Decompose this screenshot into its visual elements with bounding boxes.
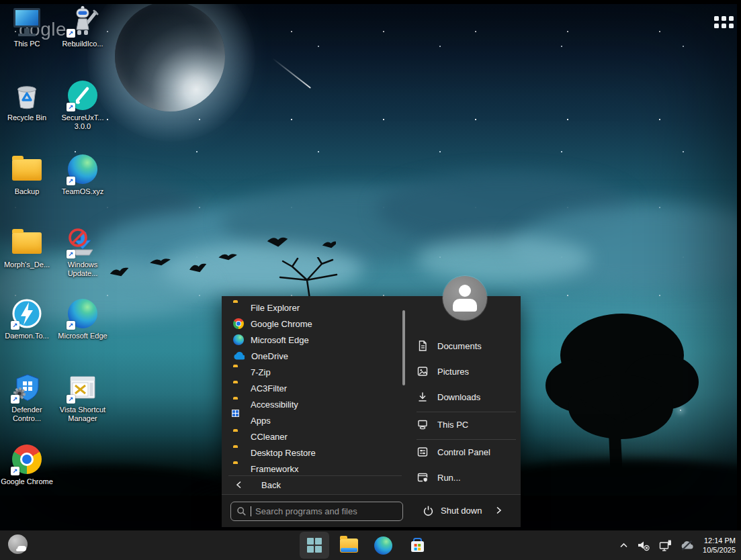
chrome-icon bbox=[233, 318, 244, 329]
start-menu-run[interactable]: Run... bbox=[417, 467, 516, 487]
avatar-person-icon bbox=[453, 299, 477, 312]
clock-date: 10/5/2025 bbox=[703, 545, 736, 555]
start-button[interactable] bbox=[300, 532, 329, 559]
chevron-right-icon bbox=[495, 506, 503, 514]
desktop-icon-rebuildico[interactable]: RebuildIco... bbox=[56, 5, 109, 48]
icon-label: Morph's_De... bbox=[1, 261, 53, 269]
desktop-icon-recycle-bin[interactable]: Recycle Bin bbox=[1, 79, 53, 122]
item-label: Pictures bbox=[437, 367, 469, 377]
windows-logo-icon bbox=[307, 538, 322, 553]
edge-icon bbox=[67, 297, 99, 330]
item-label: Frameworkx bbox=[251, 464, 299, 474]
start-menu-documents[interactable]: Documents bbox=[417, 336, 516, 356]
clock-time: 12:14 PM bbox=[703, 536, 736, 545]
onedrive-offline-cloud-icon[interactable] bbox=[681, 540, 694, 551]
text-caret bbox=[251, 506, 251, 516]
taskbar-microsoft-store[interactable] bbox=[402, 532, 432, 559]
grid-dot bbox=[714, 16, 719, 21]
divider bbox=[417, 412, 516, 412]
start-menu-item-frameworkx[interactable]: Frameworkx bbox=[228, 461, 398, 477]
icon-label: Microsoft Edge bbox=[56, 332, 109, 340]
taskbar-file-explorer[interactable] bbox=[334, 532, 363, 559]
start-menu-item-microsoft-edge[interactable]: Microsoft Edge bbox=[228, 332, 398, 348]
edge-icon bbox=[67, 153, 99, 185]
control-panel-icon bbox=[417, 446, 429, 458]
folder-icon bbox=[11, 226, 43, 259]
chrome-icon bbox=[11, 443, 43, 475]
desktop-icon-secureuxtheme[interactable]: SecureUxT... 3.0.0 bbox=[56, 79, 109, 131]
desktop-icon-windows-update-blocker[interactable]: Windows Update... bbox=[56, 226, 109, 278]
computer-icon bbox=[417, 418, 429, 430]
run-icon bbox=[417, 471, 429, 483]
desktop-icon-morphs-folder[interactable]: Morph's_De... bbox=[1, 226, 53, 269]
document-icon bbox=[417, 340, 429, 352]
item-label: Apps bbox=[251, 416, 271, 426]
start-menu-item-7zip[interactable]: 7-Zip bbox=[228, 364, 398, 380]
scrollbar-thumb[interactable] bbox=[402, 310, 405, 385]
pictures-icon bbox=[417, 365, 429, 377]
system-tray: 12:14 PM 10/5/2025 bbox=[619, 530, 736, 560]
desktop-icon-teamos[interactable]: TeamOS.xyz bbox=[56, 153, 109, 196]
start-menu-item-desktop-restore[interactable]: Desktop Restore bbox=[228, 445, 398, 461]
volume-muted-icon[interactable] bbox=[638, 540, 650, 551]
grid-dot bbox=[714, 24, 719, 28]
desktop-icon-vista-shortcut-manager[interactable]: Vista Shortcut Manager bbox=[56, 371, 109, 423]
taskbar-clock[interactable]: 12:14 PM 10/5/2025 bbox=[703, 536, 736, 555]
download-icon bbox=[417, 391, 429, 403]
item-label: Documents bbox=[437, 341, 482, 351]
shutdown-label: Shut down bbox=[441, 506, 482, 516]
start-menu-bottom-bar: Shut down bbox=[222, 494, 521, 527]
hidden-icons-chevron-icon[interactable] bbox=[619, 541, 629, 551]
desktop-icon-this-pc[interactable]: This PC bbox=[1, 5, 53, 48]
divider bbox=[417, 439, 516, 440]
shortcut-manager-icon bbox=[67, 371, 99, 404]
start-menu-item-apps[interactable]: Apps bbox=[228, 412, 398, 428]
start-menu-app-list: File Explorer Google Chrome Microsoft Ed… bbox=[228, 299, 398, 477]
start-menu-item-accessibility[interactable]: Accessibility bbox=[228, 396, 398, 412]
desktop-icon-backup-folder[interactable]: Backup bbox=[1, 153, 53, 196]
desktop-icon-defender-control[interactable]: Defender Contro... bbox=[1, 371, 53, 423]
icon-label: Backup bbox=[1, 187, 53, 196]
desktop-grid-widget[interactable] bbox=[714, 16, 734, 28]
desktop-icon-google-chrome[interactable]: Google Chrome bbox=[1, 443, 53, 486]
file-explorer-icon bbox=[340, 539, 358, 553]
item-label: Microsoft Edge bbox=[251, 335, 309, 345]
start-menu-control-panel[interactable]: Control Panel bbox=[417, 442, 516, 462]
icon-label: Windows Update... bbox=[56, 261, 109, 278]
power-icon bbox=[423, 505, 434, 516]
back-label: Back bbox=[261, 480, 281, 490]
daemon-tools-icon bbox=[11, 297, 43, 330]
start-menu-item-file-explorer[interactable]: File Explorer bbox=[228, 299, 398, 316]
weather-widget-icon[interactable] bbox=[8, 534, 28, 554]
start-menu-downloads[interactable]: Downloads bbox=[417, 387, 516, 407]
item-label: CCleaner bbox=[251, 432, 288, 442]
grid-dot bbox=[729, 24, 734, 28]
start-menu-back-button[interactable]: Back bbox=[228, 475, 402, 494]
user-avatar[interactable] bbox=[443, 276, 487, 320]
icon-label: Vista Shortcut Manager bbox=[56, 406, 109, 423]
start-menu-item-onedrive[interactable]: OneDrive bbox=[228, 348, 398, 364]
start-menu-item-google-chrome[interactable]: Google Chrome bbox=[228, 316, 398, 332]
icon-label: Defender Contro... bbox=[1, 406, 53, 423]
start-menu-item-ccleaner[interactable]: CCleaner bbox=[228, 428, 398, 445]
network-ethernet-icon[interactable] bbox=[659, 540, 672, 551]
shutdown-button[interactable]: Shut down bbox=[423, 501, 503, 520]
item-label: OneDrive bbox=[251, 351, 288, 361]
item-label: Accessibility bbox=[251, 400, 298, 410]
item-label: 7-Zip bbox=[251, 367, 271, 377]
desktop-screen: oogle This PC RebuildIco... bbox=[0, 0, 741, 560]
desktop-icon-daemon-tools[interactable]: Daemon.To... bbox=[1, 297, 53, 340]
search-input[interactable] bbox=[255, 506, 397, 516]
icon-label: Daemon.To... bbox=[1, 332, 53, 340]
item-label: Control Panel bbox=[437, 447, 490, 457]
start-menu-search[interactable] bbox=[230, 502, 403, 521]
start-menu-this-pc[interactable]: This PC bbox=[417, 414, 516, 434]
start-menu-item-ac3filter[interactable]: AC3Filter bbox=[228, 380, 398, 396]
start-menu-pictures[interactable]: Pictures bbox=[417, 361, 516, 381]
desktop-icon-microsoft-edge[interactable]: Microsoft Edge bbox=[56, 297, 109, 340]
item-label: Run... bbox=[437, 473, 461, 483]
taskbar-microsoft-edge[interactable] bbox=[368, 532, 398, 559]
computer-icon bbox=[11, 5, 43, 38]
onedrive-cloud-icon bbox=[233, 351, 245, 361]
search-icon bbox=[236, 506, 247, 516]
